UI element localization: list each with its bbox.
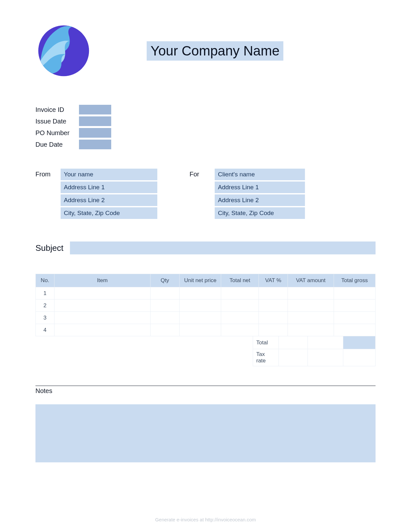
from-address1[interactable]: Address Line 1 [61,182,157,193]
cell[interactable] [180,287,221,300]
cell[interactable] [150,312,180,324]
footer-text: Generate e-invoices at http://invoiceoce… [0,517,411,522]
cell[interactable] [288,300,334,312]
summary-table: Total Tax rate [253,336,376,366]
cell[interactable] [54,312,150,324]
table-row: 4 [36,324,376,336]
issue-date-label: Issue Date [35,118,79,125]
po-number-value[interactable] [79,128,111,138]
wave-logo-icon [35,23,92,79]
for-label: For [190,169,210,219]
taxrate-vatpct[interactable] [279,349,308,366]
notes-label: Notes [35,387,376,395]
th-vatamt: VAT amount [288,274,334,287]
po-number-label: PO Number [35,129,79,137]
cell[interactable] [334,300,375,312]
items-table: No. Item Qty Unit net price Total net VA… [35,274,376,336]
cell[interactable] [180,312,221,324]
taxrate-label: Tax rate [253,349,279,366]
invoice-meta: Invoice ID Issue Date PO Number Due Date [35,105,376,149]
total-vatpct[interactable] [279,336,308,349]
invoice-id-value[interactable] [79,105,111,114]
invoice-id-label: Invoice ID [35,106,79,113]
table-row: 3 [36,312,376,324]
from-city[interactable]: City, State, Zip Code [61,207,157,219]
taxrate-vatamt[interactable] [308,349,343,366]
taxrate-gross[interactable] [343,349,376,366]
subject-label: Subject [35,243,64,253]
cell[interactable] [259,300,288,312]
subject-input[interactable] [70,241,376,254]
due-date-label: Due Date [35,141,79,148]
cell[interactable] [334,287,375,300]
cell[interactable] [288,312,334,324]
cell[interactable] [221,300,259,312]
notes-divider [35,386,376,386]
due-date-value[interactable] [79,140,111,149]
for-block: For Client's name Address Line 1 Address… [190,169,305,219]
table-row: 2 [36,300,376,312]
cell[interactable] [54,300,150,312]
row-no: 3 [36,312,54,324]
th-totalnet: Total net [221,274,259,287]
th-vatpct: VAT % [259,274,288,287]
cell[interactable] [150,287,180,300]
total-label: Total [253,336,279,349]
cell[interactable] [221,312,259,324]
cell[interactable] [221,287,259,300]
cell[interactable] [259,324,288,336]
for-address1[interactable]: Address Line 1 [215,182,305,193]
from-block: From Your name Address Line 1 Address Li… [35,169,157,219]
cell[interactable] [180,324,221,336]
from-address2[interactable]: Address Line 2 [61,194,157,206]
total-vatamt[interactable] [308,336,343,349]
from-name[interactable]: Your name [61,169,157,180]
row-no: 2 [36,300,54,312]
cell[interactable] [334,324,375,336]
company-name: Your Company Name [147,41,283,61]
cell[interactable] [221,324,259,336]
cell[interactable] [259,287,288,300]
for-city[interactable]: City, State, Zip Code [215,207,305,219]
cell[interactable] [54,287,150,300]
cell[interactable] [334,312,375,324]
row-no: 4 [36,324,54,336]
th-qty: Qty [150,274,180,287]
th-item: Item [54,274,150,287]
cell[interactable] [54,324,150,336]
cell[interactable] [150,324,180,336]
cell[interactable] [288,324,334,336]
total-gross[interactable] [343,336,376,349]
cell[interactable] [288,287,334,300]
cell[interactable] [259,312,288,324]
for-address2[interactable]: Address Line 2 [215,194,305,206]
row-no: 1 [36,287,54,300]
issue-date-value[interactable] [79,116,111,126]
from-label: From [35,169,55,219]
th-unit: Unit net price [180,274,221,287]
for-name[interactable]: Client's name [215,169,305,180]
notes-box[interactable] [35,404,376,462]
cell[interactable] [180,300,221,312]
table-row: 1 [36,287,376,300]
cell[interactable] [150,300,180,312]
th-no: No. [36,274,54,287]
th-totalgross: Total gross [334,274,375,287]
